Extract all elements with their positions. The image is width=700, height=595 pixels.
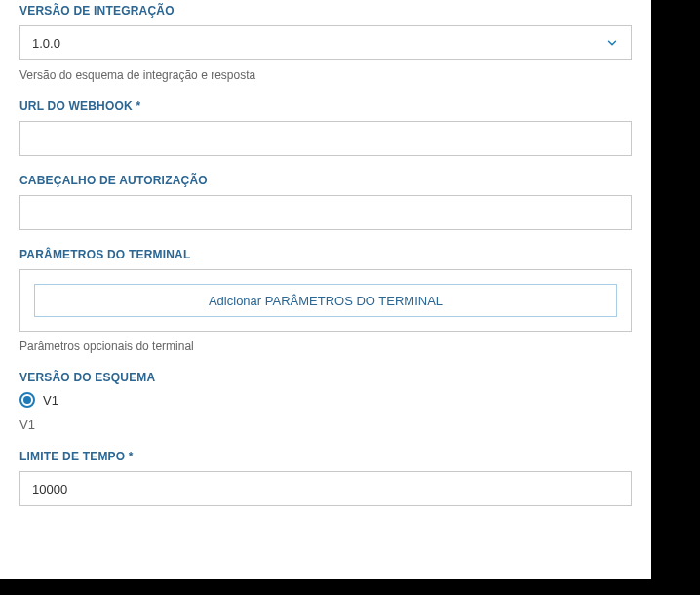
terminal-params-box: Adicionar PARÂMETROS DO TERMINAL [19, 269, 632, 332]
integration-version-group: VERSÃO DE INTEGRAÇÃO 1.0.0 Versão do esq… [19, 4, 632, 82]
auth-header-label: CABEÇALHO DE AUTORIZAÇÃO [19, 174, 632, 187]
auth-header-group: CABEÇALHO DE AUTORIZAÇÃO [19, 174, 632, 230]
schema-version-label: VERSÃO DO ESQUEMA [19, 371, 632, 384]
chevron-down-icon [605, 36, 619, 50]
form-content: VERSÃO DE INTEGRAÇÃO 1.0.0 Versão do esq… [0, 0, 651, 526]
webhook-url-group: URL DO WEBHOOK * [19, 99, 632, 156]
integration-version-helper: Versão do esquema de integração e respos… [19, 68, 632, 82]
schema-version-option[interactable]: V1 [19, 392, 632, 408]
timeout-group: LIMITE DE TEMPO * [19, 450, 632, 506]
timeout-input[interactable] [19, 471, 632, 506]
integration-version-label: VERSÃO DE INTEGRAÇÃO [19, 4, 632, 18]
integration-version-value: 1.0.0 [32, 36, 605, 51]
terminal-params-label: PARÂMETROS DO TERMINAL [19, 248, 632, 261]
add-terminal-params-button[interactable]: Adicionar PARÂMETROS DO TERMINAL [34, 284, 617, 317]
terminal-params-helper: Parâmetros opcionais do terminal [19, 339, 632, 353]
schema-version-group: VERSÃO DO ESQUEMA V1 V1 [19, 371, 632, 432]
integration-version-select[interactable]: 1.0.0 [19, 25, 632, 60]
schema-version-option-label: V1 [43, 393, 58, 408]
timeout-label: LIMITE DE TEMPO * [19, 450, 632, 463]
radio-dot-icon [23, 396, 31, 404]
webhook-url-input[interactable] [19, 121, 632, 156]
terminal-params-group: PARÂMETROS DO TERMINAL Adicionar PARÂMET… [19, 248, 632, 353]
auth-header-input[interactable] [19, 195, 632, 230]
radio-icon [19, 392, 35, 408]
settings-panel: VERSÃO DE INTEGRAÇÃO 1.0.0 Versão do esq… [0, 0, 651, 579]
schema-version-desc: V1 [19, 417, 632, 432]
webhook-url-label: URL DO WEBHOOK * [19, 99, 632, 113]
